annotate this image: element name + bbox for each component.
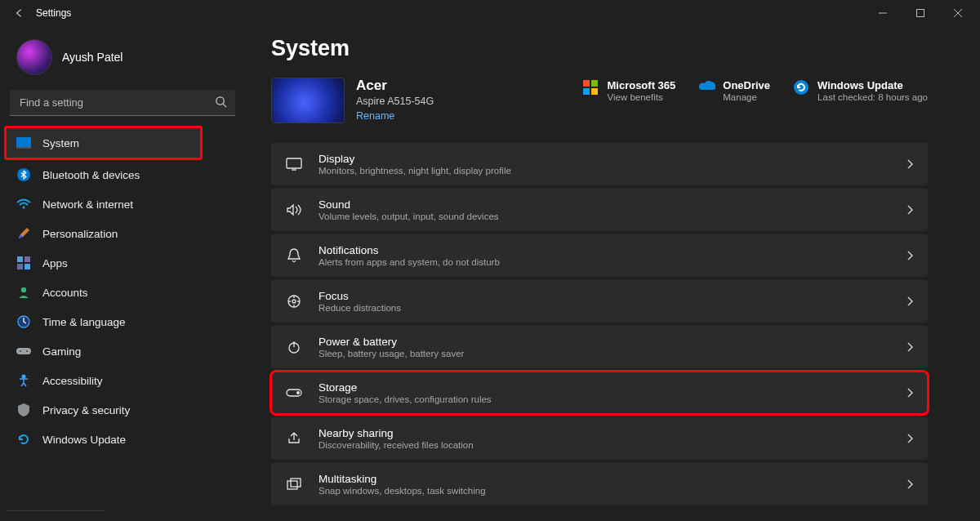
card-title: Power & battery — [318, 336, 464, 348]
minimize-button[interactable] — [864, 0, 902, 26]
chevron-right-icon — [906, 205, 913, 215]
search-icon — [215, 96, 227, 108]
sidebar-item-windows-update[interactable]: Windows Update — [7, 425, 238, 454]
power-icon — [286, 339, 302, 355]
sidebar-item-label: System — [42, 137, 79, 149]
search-wrap — [10, 90, 235, 116]
sidebar-item-bluetooth[interactable]: Bluetooth & devices — [7, 160, 238, 189]
card-power-battery[interactable]: Power & battery Sleep, battery usage, ba… — [271, 326, 928, 368]
card-notifications[interactable]: Notifications Alerts from apps and syste… — [271, 234, 928, 277]
wifi-icon — [16, 197, 31, 212]
bluetooth-icon — [16, 167, 31, 182]
card-focus[interactable]: Focus Reduce distractions — [271, 280, 928, 323]
sidebar-item-label: Personalization — [42, 228, 118, 240]
person-icon — [16, 285, 31, 300]
maximize-icon — [916, 9, 924, 17]
sidebar-item-label: Apps — [42, 257, 68, 269]
svg-rect-6 — [16, 137, 31, 147]
profile-block[interactable]: Ayush Patel — [7, 33, 238, 87]
close-button[interactable] — [939, 0, 977, 26]
sidebar-item-label: Gaming — [42, 345, 81, 358]
sidebar-item-time-language[interactable]: Time & language — [7, 307, 238, 336]
chevron-right-icon — [906, 342, 913, 352]
share-icon — [286, 430, 302, 447]
accessibility-icon — [16, 373, 31, 388]
toplink-subtitle: Last checked: 8 hours ago — [817, 92, 928, 102]
maximize-button[interactable] — [902, 0, 939, 26]
sidebar-item-label: Network & internet — [42, 198, 133, 211]
card-title: Sound — [318, 198, 499, 211]
svg-line-5 — [223, 104, 226, 107]
settings-cards: Display Monitors, brightness, night ligh… — [271, 143, 928, 505]
svg-rect-26 — [287, 158, 301, 168]
app-title: Settings — [36, 7, 71, 19]
card-multitasking[interactable]: Multitasking Snap windows, desktops, tas… — [271, 463, 928, 505]
card-title: Storage — [318, 381, 492, 394]
back-button[interactable] — [3, 0, 36, 26]
device-bar: Acer Aspire A515-54G Rename Microsoft 36… — [271, 78, 928, 123]
sidebar-item-gaming[interactable]: Gaming — [7, 336, 238, 366]
svg-rect-35 — [291, 479, 301, 487]
multitasking-icon — [286, 476, 302, 492]
top-links: Microsoft 365 View benefits OneDrive Man… — [582, 78, 928, 102]
card-subtitle: Sleep, battery usage, battery saver — [318, 349, 464, 358]
focus-icon — [286, 293, 302, 309]
svg-rect-23 — [583, 88, 590, 95]
card-title: Multitasking — [318, 473, 486, 485]
card-sound[interactable]: Sound Volume levels, output, input, soun… — [271, 189, 928, 231]
card-storage[interactable]: Storage Storage space, drives, configura… — [271, 372, 928, 414]
svg-rect-7 — [16, 147, 31, 149]
card-subtitle: Alerts from apps and system, do not dist… — [318, 257, 500, 267]
onedrive-icon — [698, 79, 715, 96]
globe-clock-icon — [16, 314, 31, 329]
nav-list: System Bluetooth & devices Network & int… — [7, 126, 238, 454]
svg-point-14 — [21, 287, 26, 292]
gamepad-icon — [16, 344, 31, 358]
toplink-onedrive[interactable]: OneDrive Manage — [698, 79, 770, 102]
svg-rect-1 — [917, 10, 924, 17]
sidebar-item-accessibility[interactable]: Accessibility — [7, 366, 238, 395]
svg-point-9 — [23, 207, 25, 209]
svg-rect-13 — [24, 264, 30, 269]
toplink-subtitle: Manage — [723, 92, 770, 102]
card-title: Notifications — [318, 244, 500, 256]
paintbrush-icon — [16, 226, 31, 241]
sidebar-item-network[interactable]: Network & internet — [7, 189, 238, 219]
svg-point-18 — [20, 350, 21, 352]
card-subtitle: Reduce distractions — [318, 303, 401, 313]
sidebar-item-privacy[interactable]: Privacy & security — [7, 395, 238, 425]
sidebar-divider — [7, 510, 105, 511]
card-title: Focus — [318, 290, 401, 302]
profile-name: Ayush Patel — [62, 51, 122, 64]
card-nearby-sharing[interactable]: Nearby sharing Discoverability, received… — [271, 417, 928, 460]
display-icon — [16, 136, 31, 150]
search-input[interactable] — [10, 90, 235, 116]
chevron-right-icon — [906, 159, 913, 169]
card-display[interactable]: Display Monitors, brightness, night ligh… — [271, 143, 928, 185]
sidebar-item-accounts[interactable]: Accounts — [7, 278, 238, 307]
svg-rect-34 — [287, 481, 297, 489]
sidebar-item-apps[interactable]: Apps — [7, 248, 238, 278]
sidebar-item-personalization[interactable]: Personalization — [7, 219, 238, 248]
sidebar-item-system[interactable]: System — [7, 128, 200, 158]
svg-point-4 — [216, 97, 224, 105]
rename-link[interactable]: Rename — [356, 110, 434, 122]
card-title: Display — [318, 153, 511, 165]
svg-rect-10 — [17, 256, 23, 262]
svg-point-20 — [22, 375, 25, 378]
sidebar: Ayush Patel System Bluetooth & devices N… — [0, 26, 245, 521]
minimize-icon — [879, 9, 887, 17]
toplink-subtitle: View benefits — [607, 92, 675, 102]
chevron-right-icon — [906, 296, 913, 306]
toplink-ms365[interactable]: Microsoft 365 View benefits — [582, 79, 675, 102]
display-icon — [286, 156, 302, 172]
svg-rect-12 — [17, 264, 23, 269]
sidebar-item-label: Accounts — [42, 287, 88, 299]
svg-rect-21 — [583, 80, 590, 87]
toplink-title: Windows Update — [817, 79, 928, 91]
sidebar-item-label: Windows Update — [42, 434, 126, 446]
svg-rect-22 — [591, 80, 598, 87]
toplink-windows-update[interactable]: Windows Update Last checked: 8 hours ago — [793, 79, 928, 102]
arrow-left-icon — [14, 7, 25, 19]
svg-rect-11 — [24, 256, 30, 262]
